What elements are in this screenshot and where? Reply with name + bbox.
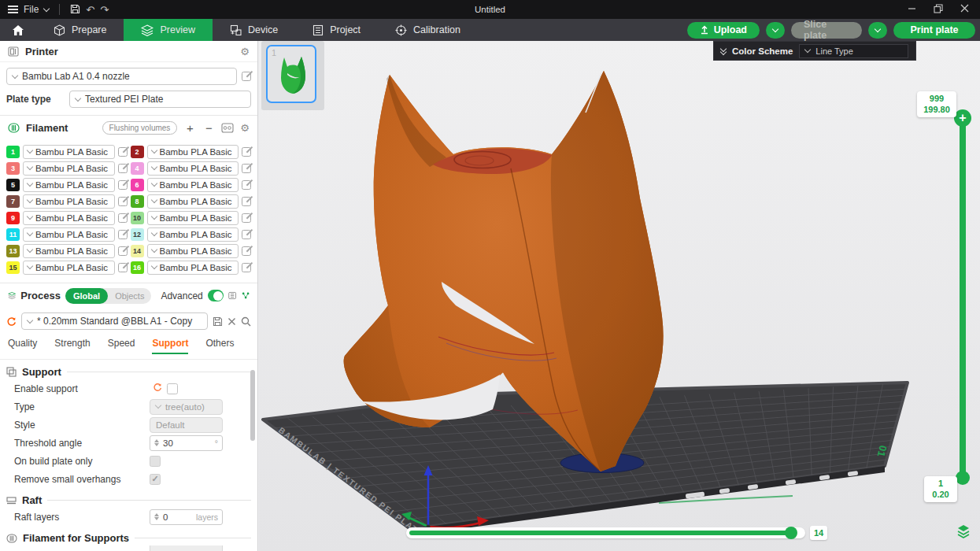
filament-edit-icon[interactable] — [118, 164, 128, 173]
plate-type-select[interactable]: Textured PEI Plate — [69, 91, 251, 108]
home-button[interactable] — [0, 19, 36, 41]
save-preset-icon[interactable] — [213, 316, 223, 327]
filament-edit-icon[interactable] — [242, 213, 251, 223]
filament-edit-icon[interactable] — [118, 147, 128, 157]
filament-select[interactable]: Bambu PLA Basic — [23, 211, 115, 225]
layer-slider-top-handle[interactable]: + — [954, 109, 971, 127]
layer-slider-track[interactable] — [960, 118, 966, 479]
filament-select[interactable]: Bambu PLA Basic — [23, 145, 115, 159]
enable-support-checkbox[interactable] — [167, 383, 178, 394]
tab-speed[interactable]: Speed — [108, 338, 135, 354]
filament-edit-icon[interactable] — [118, 180, 128, 190]
filament-select[interactable]: Bambu PLA Basic — [23, 194, 115, 209]
reset-setting-icon[interactable] — [153, 383, 162, 394]
filament-color-swatch[interactable]: 15 — [6, 261, 20, 274]
tab-device[interactable]: Device — [213, 19, 295, 41]
delete-preset-icon[interactable] — [227, 317, 236, 326]
print-plate-button[interactable]: Print plate — [893, 22, 975, 39]
filament-edit-icon[interactable] — [242, 197, 251, 206]
global-objects-toggle[interactable]: Global Objects — [65, 288, 152, 304]
filament-color-swatch[interactable]: 8 — [131, 195, 144, 208]
filament-select[interactable]: Bambu PLA Basic — [23, 244, 115, 258]
printer-preset-select[interactable]: Bambu Lab A1 0.4 nozzle — [6, 68, 237, 85]
filament-edit-icon[interactable] — [118, 263, 128, 272]
filament-select[interactable]: Bambu PLA Basic — [23, 161, 115, 176]
minimize-icon[interactable] — [908, 4, 916, 15]
filament-select[interactable]: Bambu PLA Basic — [147, 194, 239, 209]
process-graph-icon[interactable] — [242, 290, 250, 301]
tab-strength[interactable]: Strength — [54, 338, 90, 354]
filament-color-swatch[interactable]: 14 — [131, 245, 144, 257]
segment-global[interactable]: Global — [65, 288, 108, 304]
tab-project[interactable]: Project — [295, 19, 378, 41]
layers-view-icon[interactable] — [956, 524, 971, 542]
filament-edit-icon[interactable] — [118, 197, 128, 206]
parameter-table-icon[interactable] — [228, 290, 236, 301]
filament-edit-icon[interactable] — [242, 180, 251, 190]
advanced-toggle[interactable] — [208, 290, 224, 301]
step-slider-track[interactable] — [406, 527, 805, 538]
process-preset-select[interactable]: * 0.20mm Standard @BBL A1 - Copy — [21, 312, 208, 330]
filament-edit-icon[interactable] — [118, 213, 128, 223]
tab-prepare[interactable]: Prepare — [36, 19, 124, 41]
line-type-select[interactable]: Line Type — [799, 44, 908, 58]
filament-color-swatch[interactable]: 2 — [131, 146, 144, 158]
tab-support[interactable]: Support — [152, 338, 188, 354]
printer-settings-icon[interactable]: ⚙ — [240, 46, 250, 57]
threshold-angle-spinner[interactable]: 30 ° — [150, 435, 223, 451]
filament-edit-icon[interactable] — [242, 263, 251, 272]
tab-preview[interactable]: Preview — [124, 19, 212, 41]
filament-edit-icon[interactable] — [118, 230, 128, 239]
segment-objects[interactable]: Objects — [108, 291, 151, 301]
filament-color-swatch[interactable]: 16 — [131, 261, 144, 274]
tab-calibration[interactable]: Calibration — [378, 19, 478, 41]
sidebar-scrollbar[interactable] — [250, 370, 255, 441]
tab-others[interactable]: Others — [205, 338, 234, 354]
filament-color-swatch[interactable]: 11 — [6, 228, 20, 241]
filament-edit-icon[interactable] — [242, 246, 251, 256]
filament-color-swatch[interactable]: 9 — [6, 212, 20, 224]
filament-color-swatch[interactable]: 7 — [6, 195, 20, 208]
step-slider-handle[interactable] — [785, 527, 797, 539]
collapse-icon[interactable] — [721, 48, 726, 54]
filament-select[interactable]: Bambu PLA Basic — [23, 178, 115, 192]
filament-color-swatch[interactable]: 12 — [131, 228, 144, 241]
filament-color-swatch[interactable]: 6 — [131, 179, 144, 191]
layer-slider-bottom-handle[interactable] — [956, 471, 970, 485]
filament-color-swatch[interactable]: 3 — [6, 162, 20, 175]
upload-button[interactable]: Upload — [687, 22, 760, 39]
3d-scene[interactable]: BAMBULAB | TEXTURED PEI PLATE 01 — [259, 41, 980, 551]
flushing-volumes-button[interactable]: Flushing volumes — [102, 121, 178, 135]
raft-layers-spinner[interactable]: 0 layers — [150, 509, 223, 525]
filament-select[interactable]: Bambu PLA Basic — [147, 161, 239, 176]
slice-dropdown-button[interactable] — [766, 22, 785, 39]
printer-edit-icon[interactable] — [242, 72, 251, 81]
filament-select[interactable]: Bambu PLA Basic — [23, 261, 115, 275]
filament-edit-icon[interactable] — [242, 230, 251, 239]
print-dropdown-button[interactable] — [868, 22, 887, 39]
filament-color-swatch[interactable]: 4 — [131, 162, 144, 175]
close-icon[interactable] — [960, 4, 969, 15]
tab-quality[interactable]: Quality — [8, 338, 37, 354]
filament-color-swatch[interactable]: 1 — [6, 146, 20, 158]
filament-select[interactable]: Bambu PLA Basic — [147, 211, 239, 225]
add-filament-button[interactable]: + — [183, 121, 196, 135]
filament-select[interactable]: Bambu PLA Basic — [147, 145, 239, 159]
filament-select[interactable]: Bambu PLA Basic — [147, 261, 239, 275]
ams-icon[interactable] — [221, 123, 234, 133]
filament-edit-icon[interactable] — [118, 246, 128, 256]
remove-filament-button[interactable]: − — [202, 121, 215, 135]
filament-select[interactable]: Bambu PLA Basic — [23, 227, 115, 242]
restore-icon[interactable] — [934, 4, 943, 16]
filament-settings-icon[interactable]: ⚙ — [240, 123, 250, 133]
filament-color-swatch[interactable]: 5 — [6, 179, 20, 191]
search-preset-icon[interactable] — [241, 316, 251, 327]
plate-thumbnail[interactable]: 1 — [266, 45, 316, 103]
filament-select[interactable]: Bambu PLA Basic — [147, 178, 239, 192]
filament-color-swatch[interactable]: 13 — [6, 245, 20, 257]
filament-select[interactable]: Bambu PLA Basic — [147, 227, 239, 242]
filament-color-swatch[interactable]: 10 — [131, 212, 144, 224]
filament-edit-icon[interactable] — [242, 164, 251, 173]
filament-edit-icon[interactable] — [242, 147, 251, 157]
filament-select[interactable]: Bambu PLA Basic — [147, 244, 239, 258]
